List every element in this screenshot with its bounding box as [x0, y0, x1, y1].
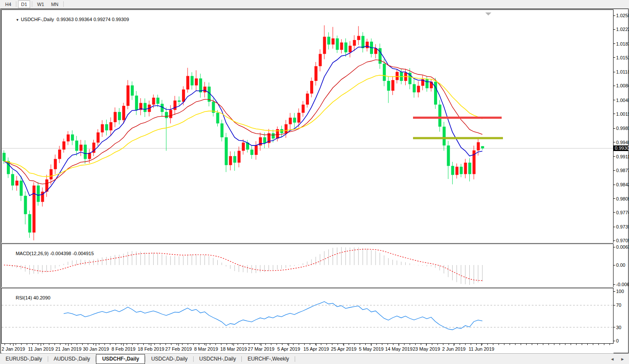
candle-body — [353, 40, 356, 46]
candle — [144, 99, 147, 117]
candle-body — [178, 101, 181, 102]
candle-body — [191, 76, 194, 86]
candle-body — [468, 163, 471, 174]
candle-body — [156, 98, 159, 104]
date-label: 11 Jan 2019 — [28, 346, 54, 352]
tab-eurusd-daily[interactable]: EURUSD-,Daily — [0, 355, 48, 363]
candle-body — [173, 101, 176, 110]
candle-body — [3, 153, 6, 161]
axis-tick — [614, 57, 615, 58]
chart-symbol-label: USDCHF-,Daily — [21, 17, 54, 22]
axis-tick — [614, 327, 615, 327]
candle-body — [460, 167, 463, 174]
tab-usdcnh-daily[interactable]: USDCNH-,Daily — [194, 355, 241, 363]
timeframe-w1-button[interactable]: W1 — [34, 0, 47, 8]
ohlc-open: 0.99363 — [57, 17, 74, 22]
candle — [456, 163, 459, 179]
candle-body — [392, 80, 395, 91]
rsi-value: 40.2090 — [33, 295, 50, 300]
candle — [246, 140, 249, 152]
candle — [340, 39, 343, 53]
tab-usdchf-daily[interactable]: USDCHF-,Daily — [96, 354, 145, 364]
candle — [392, 76, 395, 95]
candle — [284, 120, 287, 138]
candle-body — [332, 38, 335, 44]
candle — [105, 120, 108, 136]
candle-body — [464, 163, 467, 174]
candle-body — [263, 137, 266, 143]
candle — [447, 141, 450, 179]
tab-scroll-left-icon[interactable]: ◄ — [610, 357, 614, 361]
candle — [33, 182, 36, 241]
axis-tick — [614, 198, 615, 199]
candle — [310, 77, 313, 97]
candle — [443, 122, 446, 151]
candle-body — [37, 185, 40, 202]
candle-body — [447, 145, 450, 166]
candle-body — [456, 167, 459, 175]
candle — [344, 38, 347, 57]
date-label: 27 Mar 2019 — [248, 346, 274, 352]
candle — [430, 79, 433, 92]
price-panel: ▼USDCHF-,Daily 0.99363 0.99364 0.99274 0… — [1, 9, 614, 243]
candle-body — [216, 113, 219, 123]
candle — [109, 117, 112, 136]
candle — [195, 70, 198, 90]
candle-body — [327, 37, 330, 44]
axis-tick — [614, 185, 615, 185]
candle-body — [20, 181, 23, 196]
candle-body — [75, 141, 78, 151]
candle — [464, 159, 467, 178]
tab-scroll-right-icon[interactable]: ► — [620, 357, 625, 361]
tab-usdcad-daily[interactable]: USDCAD-,Daily — [145, 355, 193, 363]
chart-title: ▼USDCHF-,Daily 0.99363 0.99364 0.99274 0… — [5, 12, 129, 27]
axis-tick — [614, 29, 615, 30]
timeframe-mn-button[interactable]: MN — [48, 0, 62, 8]
candle-body — [165, 112, 168, 118]
tab-eurchf-weekly[interactable]: EURCHF-,Weekly — [242, 355, 294, 363]
candle — [323, 25, 326, 59]
candle-body — [284, 124, 287, 133]
candle-body — [426, 79, 429, 88]
chart-dropdown-icon[interactable]: ▼ — [15, 18, 19, 22]
candle-body — [204, 86, 207, 92]
date-label: 11 Jun 2019 — [469, 346, 494, 352]
candle-body — [54, 159, 57, 169]
candle — [302, 101, 305, 117]
candle-body — [434, 82, 437, 105]
candle-body — [49, 169, 52, 179]
current-price-tag: 0.99309 — [614, 145, 628, 151]
candle — [451, 162, 454, 184]
rsi-axis-label: 100 — [616, 289, 624, 294]
timeframe-h4-button[interactable]: H4 — [2, 0, 14, 8]
ma-line-32 — [4, 75, 482, 177]
price-axis: 1.025601.022201.018701.015301.011801.008… — [614, 9, 628, 343]
axis-tick — [614, 15, 615, 16]
axis-tick — [614, 291, 615, 292]
candle — [361, 32, 364, 52]
candle-body — [387, 81, 390, 91]
candle — [319, 49, 322, 71]
rsi-axis-label: 30 — [616, 325, 621, 330]
candle-body — [62, 142, 65, 150]
candle — [233, 151, 236, 171]
mt4-window: H4D1W1MN ▼USDCHF-,Daily 0.99363 0.99364 … — [0, 0, 629, 364]
timeframe-d1-button[interactable]: D1 — [18, 0, 30, 8]
date-label: 8 Mar 2019 — [194, 346, 218, 352]
candle-body — [302, 105, 305, 113]
tab-audusd-daily[interactable]: AUDUSD-,Daily — [48, 355, 96, 363]
candle-body — [114, 112, 117, 122]
candle — [460, 164, 463, 177]
scroll-marker-icon[interactable] — [485, 12, 491, 15]
candle-body — [33, 185, 36, 232]
candle — [37, 182, 40, 206]
axis-tick — [614, 170, 615, 171]
candle — [237, 147, 240, 167]
axis-tick — [614, 227, 615, 227]
candle — [472, 145, 475, 179]
ohlc-high: 0.99364 — [75, 17, 92, 22]
candle-body — [58, 150, 61, 159]
candle-body — [220, 123, 223, 137]
candle — [45, 175, 48, 197]
date-label: 30 Jan 2019 — [83, 346, 109, 352]
